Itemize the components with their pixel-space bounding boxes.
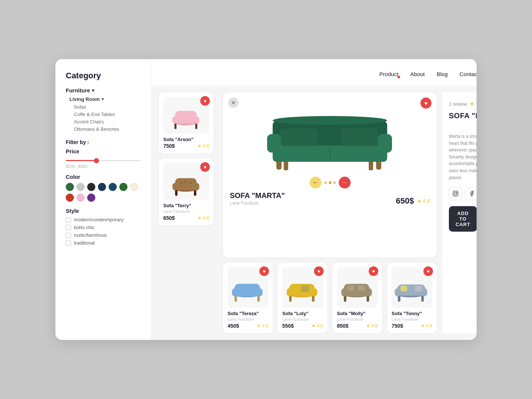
svg-rect-41	[344, 295, 347, 301]
dot-3[interactable]	[333, 181, 336, 184]
main-content: Product About Blog Contact Us 2 ♥	[151, 59, 477, 340]
svg-rect-49	[398, 295, 400, 301]
color-swatch-8[interactable]	[76, 194, 85, 202]
wishlist-terry-button[interactable]: ♥	[200, 162, 210, 172]
nav-blog[interactable]: Blog	[437, 71, 448, 77]
svg-rect-31	[235, 284, 260, 296]
add-to-cart-button[interactable]: ADD TO CART	[449, 206, 477, 232]
svg-rect-50	[421, 295, 424, 301]
svg-point-13	[180, 182, 182, 184]
product-molly-name: Sofa "Molly"	[337, 311, 378, 316]
product-terry-price: 650$	[163, 215, 175, 221]
dot-2[interactable]	[329, 181, 331, 184]
nav-about[interactable]: About	[410, 71, 425, 77]
color-swatch-5[interactable]	[119, 183, 127, 191]
navbar: Product About Blog Contact Us 2	[151, 59, 477, 86]
star-2: ★	[475, 100, 477, 107]
product-tonny-name: Sofa "Tonny"	[392, 311, 432, 316]
svg-rect-29	[257, 295, 260, 301]
product-terry-rating-value: 4.8	[203, 215, 209, 221]
nav-product[interactable]: Product	[379, 71, 399, 77]
product-arson-rating: ★ 4.8	[198, 143, 209, 149]
color-swatch-0[interactable]	[66, 183, 74, 191]
svg-rect-10	[175, 178, 197, 190]
svg-rect-33	[257, 288, 263, 296]
featured-product-price: 650$	[396, 196, 414, 206]
color-swatch-9[interactable]	[87, 194, 95, 202]
product-tereza-rating: ★ 4.8	[257, 323, 268, 328]
products-left-column: ♥	[159, 92, 218, 333]
instagram-button[interactable]	[449, 187, 462, 200]
style-traditional[interactable]: traditional	[66, 240, 141, 246]
featured-prev-button[interactable]: ←	[310, 177, 321, 188]
facebook-button[interactable]	[465, 187, 477, 200]
price-slider[interactable]	[66, 160, 141, 161]
color-swatch-6[interactable]	[130, 183, 138, 191]
style-rustic[interactable]: rustic/farmhous	[66, 232, 141, 238]
svg-rect-46	[366, 288, 372, 296]
style-modern-checkbox[interactable]	[66, 217, 71, 222]
style-traditional-checkbox[interactable]	[66, 241, 71, 246]
featured-close-button[interactable]: ✕	[228, 98, 239, 108]
svg-rect-53	[395, 288, 400, 296]
sidebar-title: Category	[66, 71, 141, 81]
star-icon: ★	[198, 143, 202, 149]
svg-point-15	[190, 182, 191, 184]
sidebar-item-accent-chairs[interactable]: Accent Chairs	[74, 119, 141, 125]
featured-next-button[interactable]: →	[339, 177, 351, 188]
svg-rect-42	[366, 295, 369, 301]
wishlist-tonny-button[interactable]: ♥	[423, 266, 433, 276]
svg-rect-34	[289, 295, 292, 301]
style-boho-checkbox[interactable]	[66, 225, 71, 230]
color-swatch-7[interactable]	[66, 194, 74, 202]
svg-rect-28	[235, 295, 237, 301]
sidebar-item-coffee-tables[interactable]: Coffe & End Tables	[74, 112, 141, 117]
subcategory-living-room[interactable]: Living Room ▾	[69, 96, 141, 102]
dot-1[interactable]	[324, 181, 327, 184]
products-center: ✕ ♥	[223, 92, 437, 333]
sidebar-item-ottomans[interactable]: Ottomans & Benches	[74, 126, 141, 132]
color-swatch-4[interactable]	[109, 183, 117, 191]
style-boho[interactable]: boho chic	[66, 225, 141, 230]
svg-point-24	[273, 116, 387, 125]
social-icons	[449, 187, 477, 200]
color-swatch-2[interactable]	[87, 183, 95, 191]
svg-point-14	[185, 181, 187, 183]
color-swatch-3[interactable]	[98, 183, 106, 191]
color-swatch-1[interactable]	[76, 183, 85, 191]
sidebar-item-sofas[interactable]: Sofas	[74, 104, 141, 110]
product-tonny-brand: Lane Furniture	[392, 317, 432, 321]
product-tonny-price: 750$	[392, 323, 403, 329]
detail-product-name: SOFA "MARTA"	[449, 112, 477, 120]
wishlist-molly-button[interactable]: ♥	[369, 266, 378, 276]
svg-rect-48	[358, 285, 365, 290]
style-rustic-checkbox[interactable]	[66, 233, 71, 238]
product-tereza-brand: Lane Furniture	[228, 317, 268, 321]
product-terry-name: Sofa "Terry"	[163, 203, 209, 208]
svg-rect-12	[194, 183, 200, 190]
wishlist-tereza-button[interactable]: ♥	[259, 266, 269, 276]
instagram-icon	[453, 191, 458, 197]
filter-by-label: Filter by :	[66, 139, 141, 145]
svg-rect-35	[312, 295, 314, 301]
wishlist-loly-button[interactable]: ♥	[314, 266, 324, 276]
svg-rect-6	[194, 116, 200, 124]
product-loly-footer: 550$ ★ 4.8	[282, 323, 323, 329]
svg-rect-4	[175, 111, 197, 124]
product-tonny-footer: 750$ ★ 4.8	[392, 323, 432, 329]
product-molly-price: 850$	[337, 323, 348, 329]
nav-contact[interactable]: Contact Us	[460, 71, 477, 77]
svg-rect-26	[280, 129, 317, 147]
featured-product-rating: ★ 4.8	[417, 198, 430, 204]
style-modern[interactable]: modern/contenmporary	[66, 217, 141, 222]
wishlist-arson-button[interactable]: ♥	[200, 96, 210, 106]
review-stars: ★ ★ ★ ★ ★	[470, 100, 477, 107]
featured-wishlist-button[interactable]: ♥	[420, 98, 432, 109]
right-detail-panel: 1 review ★ ★ ★ ★ ★ SOFA "MARTA" 750$ Mar…	[442, 92, 477, 333]
product-terry-footer: 650$ ★ 4.8	[163, 215, 209, 221]
category-furniture[interactable]: Furniture ▾	[66, 87, 141, 93]
featured-product-brand: Lane Furniture	[230, 201, 285, 206]
svg-rect-54	[422, 288, 427, 296]
product-molly-footer: 850$ ★ 4.8	[337, 323, 378, 329]
style-rustic-label: rustic/farmhous	[74, 232, 107, 238]
